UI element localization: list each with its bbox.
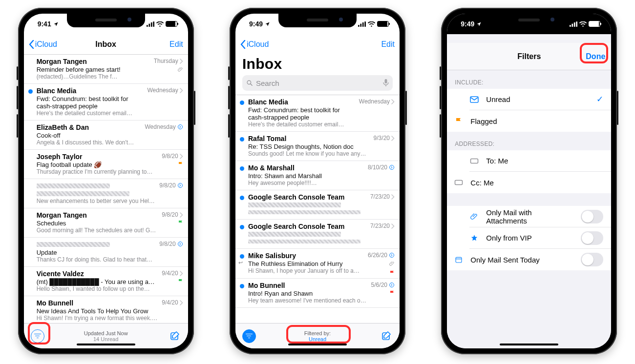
check-icon: ✓ bbox=[596, 94, 603, 104]
inbox-list[interactable]: Blanc MediaFwd: Conundrum: best toolkit … bbox=[235, 95, 400, 323]
svg-rect-9 bbox=[358, 25, 360, 27]
svg-point-19 bbox=[389, 283, 394, 287]
mail-row[interactable]: Google Search Console Team7/23/20 bbox=[235, 220, 400, 249]
mail-row[interactable]: Google Search Console Team7/23/20 bbox=[235, 190, 400, 220]
subject: Flag football update 🏈 bbox=[37, 161, 158, 168]
nav-bar: iCloud Inbox Edit bbox=[24, 34, 188, 55]
chevron-right-icon bbox=[391, 99, 395, 104]
mail-row[interactable]: Mo BunnellNew Ideas And Tools To Help Yo… bbox=[24, 296, 188, 323]
svg-rect-2 bbox=[151, 22, 152, 26]
sender: Morgan Tangen bbox=[37, 58, 150, 65]
paperclip-icon bbox=[389, 261, 395, 266]
subject: Re: TSS Design thoughts, Notion doc bbox=[248, 143, 370, 150]
wifi-icon bbox=[156, 21, 164, 27]
date: 5/6/20 bbox=[371, 282, 387, 288]
filter-row-flagged[interactable]: Flagged bbox=[447, 110, 611, 132]
sender: Blanc Media bbox=[37, 87, 144, 95]
sender: Morgan Tangen bbox=[37, 211, 158, 219]
iphone-2: 9:49 iCloud Edit Inbox Search bbox=[230, 8, 405, 354]
home-indicator[interactable] bbox=[288, 344, 347, 345]
mail-row[interactable]: Vicente Valdez(mt) ███████████ - You are… bbox=[24, 267, 188, 296]
back-button[interactable]: iCloud bbox=[29, 40, 57, 49]
mail-row[interactable]: ElizaBeth & DanCook-offAngela & I discus… bbox=[24, 121, 188, 150]
date: Wednesday bbox=[359, 98, 390, 105]
filter-label: Unread bbox=[486, 95, 510, 103]
unread-dot bbox=[240, 166, 244, 171]
mic-icon[interactable] bbox=[383, 79, 389, 87]
thread-icon bbox=[389, 282, 395, 288]
mail-row[interactable]: Rafal TomalRe: TSS Design thoughts, Noti… bbox=[235, 132, 400, 161]
row-meta: 8/10/20 bbox=[368, 164, 395, 187]
mail-row[interactable]: ↩︎Mike SalisburyThe Ruthless Elimination… bbox=[235, 249, 400, 279]
svg-rect-27 bbox=[455, 181, 463, 185]
preview: Hey awesome people!!!!… bbox=[248, 180, 364, 187]
home-indicator[interactable] bbox=[500, 344, 558, 345]
date: 9/4/20 bbox=[162, 270, 178, 277]
paperclip-icon bbox=[178, 67, 183, 72]
back-button[interactable]: iCloud bbox=[240, 40, 269, 49]
search-field[interactable]: Search bbox=[242, 75, 393, 91]
mail-row[interactable]: Mo & MarshallIntro: Shawn and MarshallHe… bbox=[235, 161, 400, 190]
back-label: iCloud bbox=[35, 40, 57, 49]
mail-row[interactable]: Morgan TangenSchedulesGood morning all! … bbox=[24, 208, 188, 238]
flag-marker bbox=[178, 220, 183, 225]
svg-rect-22 bbox=[572, 23, 573, 26]
mail-row[interactable]: Joseph TaylorFlag football update 🏈Thurs… bbox=[24, 150, 188, 179]
chevron-left-icon bbox=[240, 40, 246, 49]
sender: Google Search Console Team bbox=[248, 222, 366, 230]
subject: Reminder before games start! bbox=[37, 66, 150, 73]
status-time: 9:49 bbox=[249, 20, 263, 28]
edit-button[interactable]: Edit bbox=[169, 40, 183, 49]
svg-line-14 bbox=[251, 84, 253, 86]
sender: Mike Salisbury bbox=[248, 252, 364, 260]
sender: Blanc Media bbox=[248, 98, 355, 106]
battery-icon bbox=[166, 21, 177, 27]
location-icon bbox=[265, 21, 270, 27]
toggle[interactable] bbox=[581, 210, 603, 223]
svg-point-18 bbox=[389, 253, 394, 258]
toggle[interactable] bbox=[581, 253, 603, 266]
row-meta: 9/8/20 bbox=[159, 241, 183, 263]
svg-rect-12 bbox=[364, 21, 366, 27]
nav-bar: iCloud Edit bbox=[235, 34, 400, 55]
mail-row[interactable]: Morgan TangenReminder before games start… bbox=[24, 55, 188, 84]
chevron-right-icon bbox=[391, 223, 395, 229]
filter-row-cc-me[interactable]: Cc: Me bbox=[447, 172, 611, 193]
svg-rect-26 bbox=[471, 159, 478, 163]
mail-row[interactable]: UpdateThanks CJ for doing this. Glad to … bbox=[24, 238, 188, 267]
preview: Here's the detailed customer email regar… bbox=[248, 121, 355, 128]
cell-signal-icon bbox=[570, 21, 577, 27]
inbox-list[interactable]: Morgan TangenReminder before games start… bbox=[24, 55, 188, 323]
mail-row[interactable]: Mo BunnellIntro! Ryan and ShawnHey team … bbox=[235, 279, 400, 308]
home-indicator[interactable] bbox=[77, 344, 135, 345]
sender: Rafal Tomal bbox=[248, 135, 370, 142]
toolbar-status[interactable]: Filtered by: Unread bbox=[235, 330, 400, 342]
preview: Sounds good! Let me know if you have any… bbox=[248, 150, 370, 158]
sender: Joseph Taylor bbox=[37, 153, 158, 161]
date: 9/8/20 bbox=[162, 211, 178, 218]
filter-row-to-me[interactable]: To: Me bbox=[447, 150, 611, 172]
edit-button[interactable]: Edit bbox=[381, 40, 395, 49]
date: 9/8/20 bbox=[162, 153, 178, 160]
svg-point-17 bbox=[389, 165, 394, 170]
row-meta: 7/23/20 bbox=[370, 222, 395, 245]
row-meta: Wednesday bbox=[145, 123, 183, 146]
filter-row-attachments[interactable]: Only Mail with Attachments bbox=[447, 206, 611, 227]
date: Wednesday bbox=[148, 87, 178, 94]
filters-body: INCLUDE: Unread ✓ Flagged ADDRESSED: To:… bbox=[447, 70, 611, 348]
battery-icon bbox=[589, 21, 600, 27]
filter-row-vip[interactable]: Only from VIP bbox=[447, 227, 611, 249]
svg-point-6 bbox=[178, 242, 182, 246]
unread-dot bbox=[28, 89, 33, 94]
wifi-icon bbox=[579, 21, 587, 27]
cc-icon bbox=[454, 180, 464, 185]
mail-row[interactable]: Blanc MediaFwd: Conundrum: best toolkit … bbox=[235, 95, 400, 132]
filter-row-today[interactable]: Only Mail Sent Today bbox=[447, 249, 611, 270]
mail-row[interactable]: New enhancements to better serve you Hel… bbox=[24, 179, 188, 208]
filter-row-unread[interactable]: Unread ✓ bbox=[447, 89, 611, 110]
date: 6/26/20 bbox=[368, 252, 387, 259]
svg-rect-1 bbox=[148, 23, 150, 26]
mail-row[interactable]: Blanc MediaFwd: Conundrum: best toolkit … bbox=[24, 84, 188, 121]
chevron-left-icon bbox=[29, 40, 34, 49]
toggle[interactable] bbox=[581, 231, 603, 245]
